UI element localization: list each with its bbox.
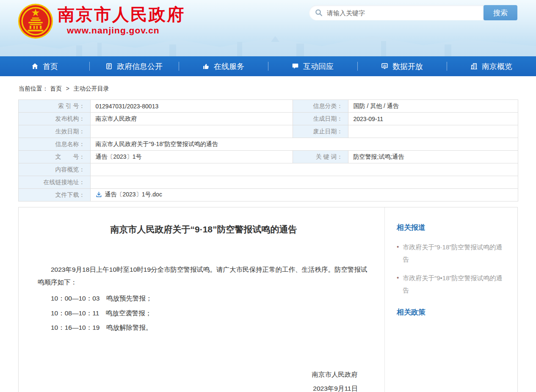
related-policies-title: 相关政策 bbox=[397, 307, 506, 317]
table-row: 发布机构： 南京市人民政府 生成日期： 2023-09-11 bbox=[18, 113, 518, 125]
sidebar: 相关报道 • 市政府关于“9·18”防空警报试鸣的通告 • 市政府关于“9•18… bbox=[384, 207, 517, 392]
breadcrumb-separator: > bbox=[66, 85, 69, 92]
breadcrumb: 当前位置： 首页 > 主动公开目录 bbox=[19, 85, 517, 93]
meta-value-title: 南京市人民政府关于“9·18”防空警报试鸣的通告 bbox=[90, 138, 518, 151]
meta-value-repeal-date bbox=[348, 125, 518, 138]
table-row: 索 引 号： 012947031/2023-80013 信息分类： 国防 / 其… bbox=[18, 100, 518, 113]
table-row: 文 号： 通告〔2023〕1号 关 键 词： 防空警报;试鸣;通告 bbox=[18, 151, 518, 163]
building-icon bbox=[470, 63, 478, 70]
bullet-icon: • bbox=[397, 272, 399, 284]
table-row: 生效日期： 废止日期： bbox=[18, 125, 518, 138]
nav-item-interaction[interactable]: 互动回应 bbox=[268, 56, 357, 76]
data-monitor-icon bbox=[381, 63, 388, 70]
site-title: 南京市人民政府 bbox=[58, 5, 185, 24]
table-row: 内容概览： bbox=[18, 163, 518, 176]
article-title: 南京市人民政府关于“9·18”防空警报试鸣的通告 bbox=[38, 224, 370, 235]
article: 南京市人民政府关于“9·18”防空警报试鸣的通告 2023年9月18日上午10时… bbox=[19, 207, 384, 392]
download-icon bbox=[96, 191, 102, 198]
gov-info-icon bbox=[105, 63, 113, 70]
meta-value-index: 012947031/2023-80013 bbox=[90, 100, 293, 113]
signature-block: 南京市人民政府 2023年9月11日 bbox=[38, 368, 370, 392]
meta-label-index: 索 引 号： bbox=[18, 100, 90, 113]
meta-value-online-link bbox=[90, 176, 518, 189]
article-paragraph: 10：08—10：11 鸣放空袭警报； bbox=[38, 307, 370, 320]
meta-label-repeal-date: 废止日期： bbox=[293, 125, 348, 138]
document-meta-table: 索 引 号： 012947031/2023-80013 信息分类： 国防 / 其… bbox=[18, 99, 518, 202]
breadcrumb-current: 主动公开目录 bbox=[74, 85, 109, 92]
nav-item-label: 南京概览 bbox=[482, 61, 512, 72]
table-row: 在线链接地址： bbox=[18, 176, 518, 189]
meta-label-gen-date: 生成日期： bbox=[293, 113, 348, 125]
search-input[interactable] bbox=[323, 6, 484, 19]
nav-item-open-data[interactable]: 数据开放 bbox=[357, 56, 447, 76]
meta-label-category: 信息分类： bbox=[293, 100, 348, 113]
nav-item-label: 数据开放 bbox=[392, 61, 423, 72]
table-row: 信息名称： 南京市人民政府关于“9·18”防空警报试鸣的通告 bbox=[18, 138, 518, 151]
site-header: 南京市人民政府 www.nanjing.gov.cn 搜索 bbox=[0, 0, 536, 56]
search-icon bbox=[315, 9, 323, 17]
content-box: 南京市人民政府关于“9·18”防空警报试鸣的通告 2023年9月18日上午10时… bbox=[18, 207, 518, 392]
meta-label-file-download: 文件下载： bbox=[18, 189, 90, 202]
breadcrumb-home-link[interactable]: 首页 bbox=[50, 85, 62, 92]
meta-value-category: 国防 / 其他 / 通告 bbox=[348, 100, 518, 113]
nav-item-label: 政府信息公开 bbox=[117, 61, 163, 72]
article-paragraph: 10：00—10：03 鸣放预先警报； bbox=[38, 292, 370, 305]
search-bar: 搜索 bbox=[309, 5, 517, 20]
file-name: 通告〔2023〕1号.doc bbox=[105, 191, 162, 199]
related-report-link[interactable]: 市政府关于“9·18”防空警报试鸣的通告 bbox=[403, 241, 506, 266]
meta-value-docno: 通告〔2023〕1号 bbox=[90, 151, 293, 163]
nav-item-overview[interactable]: 南京概览 bbox=[447, 56, 536, 76]
article-paragraph: 2023年9月18日上午10时至10时19分全市防空警报试鸣。请广大市民保持正常… bbox=[38, 263, 370, 289]
chat-bubble-icon bbox=[292, 63, 299, 70]
nav-item-gov-info[interactable]: 政府信息公开 bbox=[89, 56, 179, 76]
list-item: • 市政府关于“9·18”防空警报试鸣的通告 bbox=[397, 241, 506, 266]
article-paragraph: 10：16—10：19 鸣放解除警报。 bbox=[38, 321, 370, 334]
related-report-link[interactable]: 市政府关于“9•18”防空警报试鸣的通告 bbox=[403, 272, 506, 297]
home-icon bbox=[31, 63, 39, 70]
nav-item-label: 首页 bbox=[43, 61, 58, 72]
meta-label-online-link: 在线链接地址： bbox=[18, 176, 90, 189]
meta-label-effective-date: 生效日期： bbox=[18, 125, 90, 138]
search-button[interactable]: 搜索 bbox=[484, 5, 517, 20]
related-reports-title: 相关报道 bbox=[397, 223, 506, 232]
national-emblem-icon bbox=[18, 3, 53, 39]
meta-value-summary bbox=[90, 163, 518, 176]
breadcrumb-prefix: 当前位置： bbox=[19, 85, 48, 92]
nav-item-home[interactable]: 首页 bbox=[0, 56, 89, 76]
site-url: www.nanjing.gov.cn bbox=[67, 25, 185, 36]
signature-org: 南京市人民政府 bbox=[38, 368, 358, 382]
table-row: 文件下载： 通告〔2023〕1号.doc bbox=[18, 189, 518, 202]
nav-item-label: 在线服务 bbox=[214, 61, 244, 72]
meta-label-docno: 文 号： bbox=[18, 151, 90, 163]
meta-label-keywords: 关 键 词： bbox=[293, 151, 348, 163]
related-reports-list: • 市政府关于“9·18”防空警报试鸣的通告 • 市政府关于“9•18”防空警报… bbox=[397, 241, 506, 296]
list-item: • 市政府关于“9•18”防空警报试鸣的通告 bbox=[397, 272, 506, 297]
file-download-link[interactable]: 通告〔2023〕1号.doc bbox=[96, 191, 162, 199]
search-input-wrap bbox=[309, 5, 484, 20]
meta-value-effective-date bbox=[90, 125, 293, 138]
meta-label-summary: 内容概览： bbox=[18, 163, 90, 176]
meta-value-keywords: 防空警报;试鸣;通告 bbox=[348, 151, 518, 163]
nav-item-online-services[interactable]: 在线服务 bbox=[179, 56, 268, 76]
meta-value-org: 南京市人民政府 bbox=[90, 113, 293, 125]
bullet-icon: • bbox=[397, 241, 399, 253]
meta-value-gen-date: 2023-09-11 bbox=[348, 113, 518, 125]
signature-date: 2023年9月11日 bbox=[38, 382, 358, 392]
meta-label-title: 信息名称： bbox=[18, 138, 90, 151]
main-nav: 首页 政府信息公开 在线服务 互动回应 数据开放 南京概览 bbox=[0, 56, 536, 76]
nav-item-label: 互动回应 bbox=[303, 61, 334, 72]
meta-label-org: 发布机构： bbox=[18, 113, 90, 125]
site-logo: 南京市人民政府 www.nanjing.gov.cn bbox=[18, 3, 185, 39]
thumbs-up-icon bbox=[202, 63, 210, 70]
